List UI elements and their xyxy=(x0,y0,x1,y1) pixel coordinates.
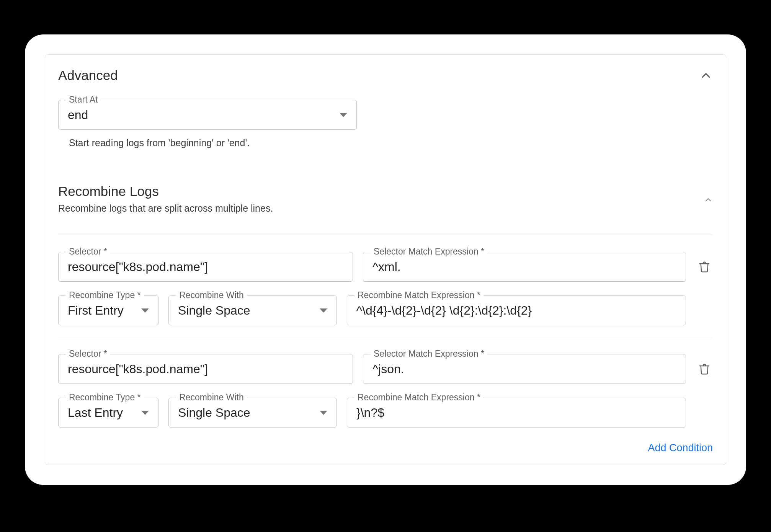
advanced-header: Advanced xyxy=(58,68,713,83)
recombine-match-input[interactable] xyxy=(356,304,676,318)
field-label: Selector Match Expression * xyxy=(371,349,487,359)
chevron-down-icon xyxy=(320,308,327,313)
field-label: Selector * xyxy=(66,349,110,359)
recombine-type-value: First Entry xyxy=(68,304,124,318)
delete-condition-button[interactable] xyxy=(696,261,713,273)
field-label: Recombine With xyxy=(176,290,247,300)
collapse-recombine-button[interactable] xyxy=(704,195,713,206)
advanced-title: Advanced xyxy=(58,68,118,83)
chevron-down-icon xyxy=(340,113,347,117)
recombine-with-value: Single Space xyxy=(178,304,250,318)
start-at-value: end xyxy=(68,108,88,122)
selector-input[interactable] xyxy=(68,260,343,274)
field-label: Selector Match Expression * xyxy=(371,246,487,257)
recombine-type-value: Last Entry xyxy=(68,406,123,420)
selector-match-input[interactable] xyxy=(372,260,676,274)
condition-block: Selector * Selector Match Expression * xyxy=(58,235,713,325)
chevron-down-icon xyxy=(141,308,149,313)
selector-match-input[interactable] xyxy=(372,362,676,376)
field-label: Recombine With xyxy=(176,392,247,403)
field-label: Selector * xyxy=(66,246,110,257)
chevron-down-icon xyxy=(141,411,149,415)
add-condition-link[interactable]: Add Condition xyxy=(58,442,713,454)
selector-input[interactable] xyxy=(68,362,343,376)
recombine-with-value: Single Space xyxy=(178,406,250,420)
start-at-field: Start At end xyxy=(58,100,357,130)
recombine-match-input[interactable] xyxy=(356,406,676,420)
field-label: Recombine Type * xyxy=(66,392,144,403)
recombine-desc: Recombine logs that are split across mul… xyxy=(58,203,273,214)
recombine-title: Recombine Logs xyxy=(58,184,273,199)
chevron-down-icon xyxy=(320,411,327,415)
field-label: Recombine Match Expression * xyxy=(354,392,484,403)
delete-condition-button[interactable] xyxy=(696,363,713,375)
collapse-advanced-button[interactable] xyxy=(699,69,713,82)
advanced-panel: Advanced Start At end Start reading logs… xyxy=(45,54,726,465)
start-at-select[interactable]: end xyxy=(58,100,357,130)
settings-card: Advanced Start At end Start reading logs… xyxy=(25,34,746,485)
field-label: Recombine Match Expression * xyxy=(354,290,484,300)
recombine-section: Recombine Logs Recombine logs that are s… xyxy=(58,184,713,454)
start-at-label: Start At xyxy=(66,95,101,105)
field-label: Recombine Type * xyxy=(66,290,144,300)
start-at-help: Start reading logs from 'beginning' or '… xyxy=(69,137,713,149)
condition-block: Selector * Selector Match Expression * xyxy=(58,337,713,428)
